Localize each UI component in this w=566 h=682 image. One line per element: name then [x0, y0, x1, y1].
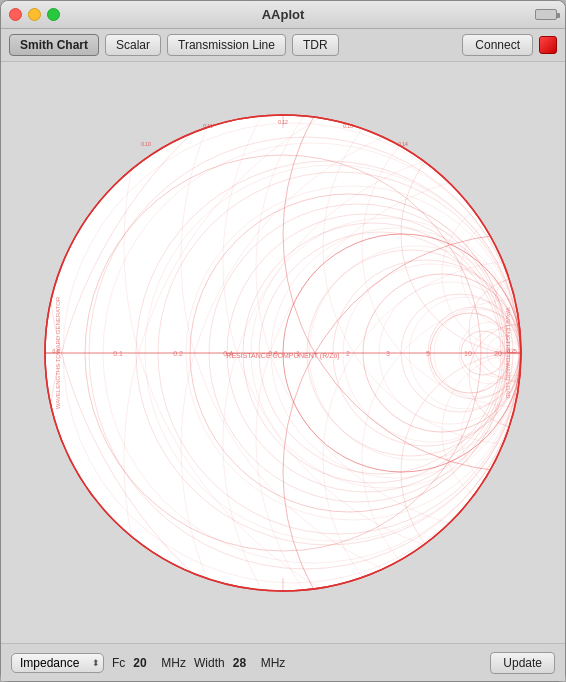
mhz-label-2: MHz: [261, 656, 286, 670]
tab-transmission-line[interactable]: Transmission Line: [167, 34, 286, 56]
svg-text:2: 2: [346, 350, 350, 357]
svg-text:20: 20: [494, 350, 502, 357]
svg-text:WAVELENGTHS TOWARD GENERATOR: WAVELENGTHS TOWARD GENERATOR: [55, 296, 61, 409]
battery-icon: [535, 9, 557, 20]
svg-text:0.2: 0.2: [173, 350, 183, 357]
tab-smith-chart[interactable]: Smith Chart: [9, 34, 99, 56]
svg-text:1: 1: [296, 350, 300, 357]
window-title: AAplot: [262, 7, 305, 22]
mode-select[interactable]: Impedance Admittance Reflection: [11, 653, 104, 673]
main-content: RESISTANCE COMPONENT (R/Zo) 0.12 0.13 0.…: [1, 62, 565, 643]
svg-text:0.10: 0.10: [141, 141, 151, 147]
mhz-label-1: MHz: [161, 656, 186, 670]
svg-text:0.11: 0.11: [203, 123, 213, 129]
svg-text:0.14: 0.14: [398, 141, 408, 147]
svg-text:0.6: 0.6: [268, 350, 278, 357]
traffic-lights: [9, 8, 60, 21]
toolbar: Smith Chart Scalar Transmission Line TDR…: [1, 29, 565, 62]
update-button[interactable]: Update: [490, 652, 555, 674]
svg-text:5: 5: [426, 350, 430, 357]
smith-chart: RESISTANCE COMPONENT (R/Zo) 0.12 0.13 0.…: [38, 108, 528, 598]
width-label: Width: [194, 656, 225, 670]
svg-text:3: 3: [386, 350, 390, 357]
fc-label: Fc: [112, 656, 125, 670]
signal-indicator: [539, 36, 557, 54]
width-value: 28: [233, 656, 253, 670]
svg-text:0.12: 0.12: [278, 119, 288, 125]
main-window: AAplot Smith Chart Scalar Transmission L…: [0, 0, 566, 682]
close-button[interactable]: [9, 8, 22, 21]
mode-select-wrapper[interactable]: Impedance Admittance Reflection ⬍: [11, 653, 104, 673]
svg-text:RESISTANCE COMPONENT (R/Zo): RESISTANCE COMPONENT (R/Zo): [226, 352, 339, 360]
connect-button[interactable]: Connect: [462, 34, 533, 56]
svg-text:WAVELENGTHS TOWARD LOAD: WAVELENGTHS TOWARD LOAD: [505, 307, 511, 399]
fc-value: 20: [133, 656, 153, 670]
svg-text:0.13: 0.13: [343, 123, 353, 129]
maximize-button[interactable]: [47, 8, 60, 21]
minimize-button[interactable]: [28, 8, 41, 21]
title-bar: AAplot: [1, 1, 565, 29]
bottom-bar: Impedance Admittance Reflection ⬍ Fc 20 …: [1, 643, 565, 681]
svg-text:0.4: 0.4: [223, 350, 233, 357]
svg-text:10: 10: [464, 350, 472, 357]
smith-chart-svg: RESISTANCE COMPONENT (R/Zo) 0.12 0.13 0.…: [38, 108, 528, 598]
svg-text:0.1: 0.1: [113, 350, 123, 357]
tab-scalar[interactable]: Scalar: [105, 34, 161, 56]
tab-tdr[interactable]: TDR: [292, 34, 339, 56]
